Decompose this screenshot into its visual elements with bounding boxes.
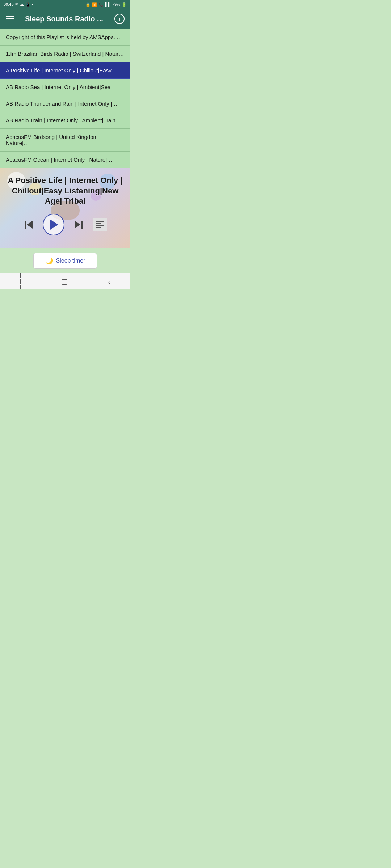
playlist-toggle-button[interactable]: [93, 218, 107, 231]
sleep-timer-label: Sleep timer: [56, 258, 85, 264]
svg-rect-0: [25, 221, 26, 229]
now-playing-title: A Positive Life | Internet Only | Chillo…: [6, 175, 125, 207]
playlist-item-label-5: AB Radio Train | Internet Only | Ambient…: [6, 117, 115, 123]
playlist-item-1[interactable]: 1.fm Brazilian Birds Radio | Switzerland…: [0, 46, 130, 62]
playlist-item-4[interactable]: AB Radio Thunder and Rain | Internet Onl…: [0, 95, 130, 112]
player-controls: [6, 214, 125, 235]
app-title: Sleep Sounds Radio ...: [14, 15, 114, 23]
playlist-item-0[interactable]: Copyright of this Playlist is held by AM…: [0, 29, 130, 46]
hamburger-line2: [6, 18, 14, 19]
navigation-bar: ‹: [0, 273, 130, 289]
home-nav-button[interactable]: [53, 276, 76, 288]
call-icon: 📞: [98, 2, 104, 7]
playlist-item-label-7: AbacusFM Ocean | Internet Only | Nature|…: [6, 157, 112, 163]
playlist-item-7[interactable]: AbacusFM Ocean | Internet Only | Nature|…: [0, 152, 130, 168]
playlist-item-label-0: Copyright of this Playlist is held by AM…: [6, 34, 122, 40]
wifi-icon: 📶: [92, 2, 97, 7]
svg-rect-2: [81, 221, 83, 229]
hamburger-line1: [6, 16, 14, 17]
dot-icon: •: [32, 2, 33, 7]
signal-icon: ▌▌: [105, 2, 111, 7]
hamburger-line3: [6, 21, 14, 21]
playlist-container: Copyright of this Playlist is held by AM…: [0, 29, 130, 168]
playlist-item-label-3: AB Radio Sea | Internet Only | Ambient|S…: [6, 84, 110, 90]
app-bar: Sleep Sounds Radio ... i: [0, 9, 130, 29]
status-time: 09:40: [4, 2, 14, 7]
recents-nav-button[interactable]: [12, 270, 30, 289]
menu-button[interactable]: [6, 16, 14, 21]
playlist-list-icon: [96, 221, 104, 228]
playlist-item-6[interactable]: AbacusFM Birdsong | United Kingdom | Nat…: [0, 129, 130, 152]
info-button[interactable]: i: [114, 14, 125, 24]
cloud-icon: ☁: [20, 2, 24, 7]
status-left: 09:40 ✉ ☁ 📱 •: [4, 2, 33, 7]
playlist-item-label-1: 1.fm Brazilian Birds Radio | Switzerland…: [6, 51, 124, 57]
battery-icon: 🔋: [122, 2, 127, 7]
playlist-item-5[interactable]: AB Radio Train | Internet Only | Ambient…: [0, 112, 130, 129]
status-right: 🔒 📶 📞 ▌▌ 79% 🔋: [85, 2, 127, 7]
skip-next-icon: [73, 219, 84, 230]
whatsapp-icon: 📱: [25, 2, 30, 7]
status-bar: 09:40 ✉ ☁ 📱 • 🔒 📶 📞 ▌▌ 79% 🔋: [0, 0, 130, 9]
lock-icon: 🔒: [85, 2, 91, 7]
sleep-timer-button[interactable]: 🌙 Sleep timer: [33, 253, 97, 269]
battery-text: 79%: [112, 2, 120, 7]
back-icon: ‹: [108, 278, 110, 286]
recents-icon: [20, 273, 21, 289]
player-section: A Positive Life | Internet Only | Chillo…: [0, 168, 130, 248]
svg-marker-3: [75, 221, 80, 229]
player-content: A Positive Life | Internet Only | Chillo…: [0, 168, 130, 248]
playlist-item-2[interactable]: A Positive Life | Internet Only | Chillo…: [0, 62, 130, 79]
sleep-timer-area: 🌙 Sleep timer: [0, 248, 130, 273]
play-icon: [50, 220, 58, 230]
skip-previous-icon: [23, 219, 34, 230]
email-icon: ✉: [15, 2, 18, 7]
playlist-item-3[interactable]: AB Radio Sea | Internet Only | Ambient|S…: [0, 79, 130, 95]
skip-next-button[interactable]: [73, 219, 84, 230]
skip-previous-button[interactable]: [23, 219, 34, 230]
home-icon: [62, 279, 67, 285]
moon-icon: 🌙: [45, 257, 53, 265]
playlist-item-label-4: AB Radio Thunder and Rain | Internet Onl…: [6, 101, 119, 107]
playlist-item-label-6: AbacusFM Birdsong | United Kingdom | Nat…: [6, 134, 101, 146]
svg-marker-1: [27, 221, 33, 229]
play-button[interactable]: [43, 214, 64, 235]
playlist-item-label-2: A Positive Life | Internet Only | Chillo…: [6, 67, 118, 73]
back-nav-button[interactable]: ‹: [99, 275, 119, 289]
